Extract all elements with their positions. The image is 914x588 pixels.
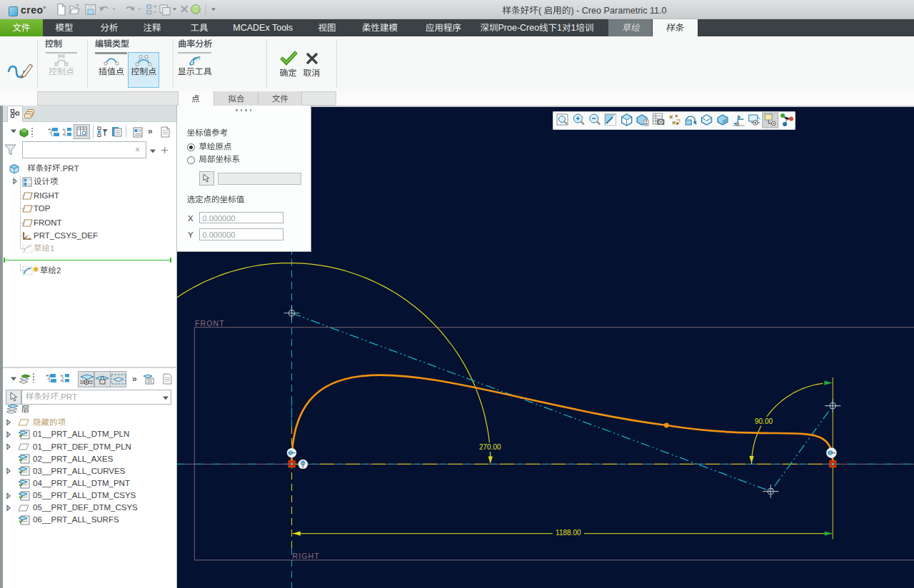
svg-text:90.00: 90.00 — [755, 417, 773, 425]
svg-text:270.00: 270.00 — [479, 443, 501, 451]
svg-text:RIGHT: RIGHT — [293, 552, 320, 560]
svg-text:1188.00: 1188.00 — [556, 529, 581, 537]
svg-text:FRONT: FRONT — [195, 319, 225, 328]
